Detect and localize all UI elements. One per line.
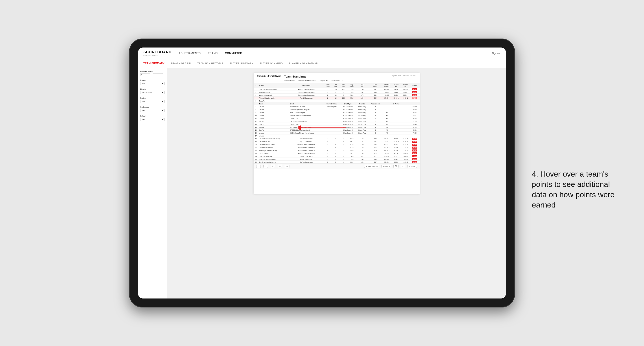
- table-row: 11 Univers Copper Cup NCAA Division I Ma…: [254, 117, 420, 120]
- tab-team-h2h-heatmap[interactable]: TEAM H2H HEATMAP: [197, 60, 223, 67]
- table-row: 19 University of Texas Big 12 Conference…: [254, 140, 420, 143]
- points-cell[interactable]: 83.41: [412, 150, 417, 152]
- filter-division: Division NCAA Division I NCAA Division I…: [140, 88, 165, 94]
- min-rounds-label: Minimum Rounds: [140, 71, 165, 72]
- points-cell[interactable]: 88.48: [412, 147, 417, 149]
- table-row-highlighted: 4 Arizona State University Pac-12 Confer…: [254, 97, 420, 100]
- report-left-title: Committee Portal Review: [257, 75, 284, 78]
- copy-button[interactable]: ⧉: [278, 165, 282, 168]
- division-filter-label: Division: NCAA Division I: [298, 80, 316, 82]
- col-conf-rank: ConfRank: [324, 83, 332, 88]
- table-row: 23 Duke University Atlantic Coast Confer…: [254, 152, 420, 155]
- range-separator: -: [151, 74, 152, 76]
- table-row: 25 University of North Florida ASUN Conf…: [254, 158, 420, 161]
- tooltip-header-row: Team Event Event Division Event Type Rou…: [254, 102, 420, 105]
- rounds-max-input[interactable]: [153, 73, 163, 76]
- col-no-tour: NoTour: [332, 83, 340, 88]
- points-cell[interactable]: 88.71: [412, 152, 417, 154]
- tablet-frame: SCOREBOARD Powered by clippi TOURNAMENTS…: [129, 38, 515, 308]
- table-row: 22 Mississippi State University Southeas…: [254, 149, 420, 152]
- refresh-button[interactable]: ↻: [270, 165, 275, 168]
- gender-label: Gender: [140, 79, 165, 81]
- table-row: 9 Univers Amer An Intercollegiate NCAA D…: [254, 111, 420, 114]
- gender-select[interactable]: Men's Women's: [140, 82, 165, 85]
- region-filter-label: Region: All: [320, 80, 328, 82]
- col-bnds: BndsWins: [340, 83, 347, 88]
- main-nav: TOURNAMENTS TEAMS COMMITTEE: [179, 51, 488, 56]
- points-cell[interactable]: 78.54: [412, 155, 417, 157]
- tab-player-h2h-heatmap[interactable]: PLAYER H2H HEATMAP: [289, 60, 318, 67]
- main-content: Minimum Rounds - Gender Men's Women's: [138, 68, 506, 299]
- table-row: 17 Univers: [254, 135, 420, 137]
- table-row: 21 University of Alabama Southeastern Co…: [254, 146, 420, 149]
- red-arrow: [298, 121, 348, 135]
- nav-teams[interactable]: TEAMS: [208, 51, 218, 56]
- table-row: 7 Univers Arizona State University Cato …: [254, 105, 420, 108]
- region-label: Region: [140, 97, 165, 99]
- points-cell[interactable]: 80.94: [412, 161, 417, 163]
- filter-school: School (All): [140, 115, 165, 121]
- tab-team-summary[interactable]: TEAM SUMMARY: [144, 60, 164, 67]
- view-icon: ▦: [366, 165, 367, 167]
- filter-gender: Gender Men's Women's: [140, 79, 165, 85]
- points-cell[interactable]: 93.31: [412, 91, 417, 93]
- points-cell[interactable]: 97.02: [412, 88, 417, 90]
- watch-button[interactable]: 👁 Watch: [382, 165, 391, 168]
- undo-button[interactable]: ↩: [256, 165, 261, 168]
- division-label: Division: [140, 88, 165, 90]
- points-cell[interactable]: 90.20: [412, 94, 417, 96]
- col-adj-score: AdjScore: [347, 83, 356, 88]
- watch-icon: 👁: [383, 166, 384, 167]
- division-select[interactable]: NCAA Division I NCAA Division II NCAA Di…: [140, 91, 165, 94]
- col-low-score: LowScore: [368, 83, 382, 88]
- points-cell[interactable]: 88.70: [412, 141, 417, 143]
- sign-out-button[interactable]: Sign out: [488, 52, 500, 55]
- top-nav: SCOREBOARD Powered by clippi TOURNAMENTS…: [138, 47, 506, 59]
- conference-select[interactable]: (All): [140, 109, 165, 112]
- tab-player-summary[interactable]: PLAYER SUMMARY: [230, 60, 253, 67]
- col-rank: #: [254, 83, 258, 88]
- points-cell-highlighted[interactable]: 78.5: [412, 97, 417, 99]
- redo-button[interactable]: ↪: [264, 165, 268, 168]
- table-row: 3 Vanderbilt University Southeastern Con…: [254, 94, 420, 97]
- report-wrapper: Committee Portal Review Team Standings U…: [167, 68, 506, 299]
- col-school: School: [258, 83, 289, 88]
- nav-committee[interactable]: COMMITTEE: [225, 51, 242, 56]
- logo-area: SCOREBOARD Powered by clippi: [144, 50, 172, 56]
- comment-button[interactable]: 💬: [393, 165, 398, 168]
- filter-display-row: Gender: Men's Division: NCAA Division I …: [284, 80, 416, 82]
- points-cell[interactable]: 83.89: [412, 158, 417, 160]
- annotation-text: 4. Hover over a team's points to see add…: [532, 169, 626, 210]
- gender-filter-label: Gender: Men's: [284, 80, 294, 82]
- tab-player-h2h-grid[interactable]: PLAYER H2H GRID: [260, 60, 283, 67]
- table-row: 5 Texas T...: [254, 100, 420, 102]
- app-logo-sub: Powered by clippi: [144, 54, 172, 56]
- table-row: 10 Univers National Invitational Tournam…: [254, 114, 420, 117]
- points-cell[interactable]: 88.49: [412, 144, 417, 146]
- tab-team-h2h-grid[interactable]: TEAM H2H GRID: [171, 60, 191, 67]
- report-left-panel: Committee Portal Review: [257, 75, 284, 82]
- update-time: Update time: 13/03/2024 10:03:42: [392, 75, 416, 76]
- timer-button[interactable]: ⏱: [285, 165, 290, 168]
- nav-tournaments[interactable]: TOURNAMENTS: [179, 51, 201, 56]
- rounds-min-input[interactable]: [140, 73, 150, 76]
- report-main-header: Team Standings Update time: 13/03/2024 1…: [284, 75, 416, 82]
- rounds-range: -: [140, 73, 165, 76]
- share-button[interactable]: ↗ Share: [408, 165, 417, 168]
- report-header: Committee Portal Review Team Standings U…: [254, 73, 420, 83]
- table-row: 20 University of New Mexico Mountain Wes…: [254, 143, 420, 146]
- filter-min-rounds: Minimum Rounds -: [140, 71, 165, 76]
- col-overall: OverallRecord: [382, 83, 392, 88]
- app-logo: SCOREBOARD: [144, 50, 172, 54]
- school-label: School: [140, 115, 165, 117]
- school-select[interactable]: (All): [140, 118, 165, 121]
- view-original-button[interactable]: ▦ View: Original: [364, 165, 379, 168]
- expand-button[interactable]: ⤢: [401, 165, 405, 168]
- sub-nav: TEAM SUMMARY TEAM H2H GRID TEAM H2H HEAT…: [138, 59, 506, 68]
- tablet-screen: SCOREBOARD Powered by clippi TOURNAMENTS…: [138, 47, 506, 299]
- col-points: Points: [410, 83, 420, 88]
- filter-region: Region N/A All: [140, 97, 165, 103]
- region-select[interactable]: N/A All: [140, 100, 165, 103]
- points-cell[interactable]: 88.07: [412, 138, 417, 140]
- annotation-container: 4. Hover over a team's points to see add…: [532, 169, 626, 210]
